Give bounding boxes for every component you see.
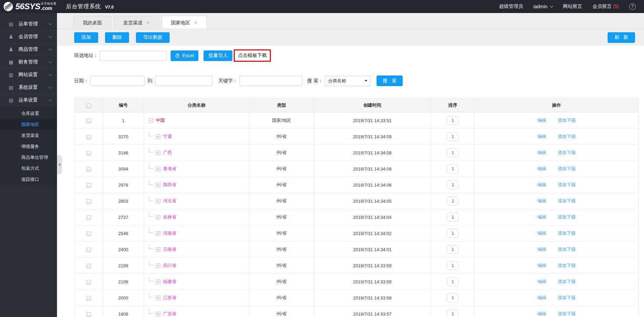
add-child-link[interactable]: 添加下级 <box>558 231 576 236</box>
close-icon[interactable] <box>194 16 197 29</box>
sort-order-input[interactable]: 1 <box>447 164 459 173</box>
sidebar-menu-item[interactable]: 财务管理 <box>0 56 57 69</box>
sort-order-input[interactable]: 1 <box>447 277 459 286</box>
add-button[interactable]: 添加 <box>74 32 98 43</box>
category-name-link[interactable]: 宁夏 <box>163 134 172 139</box>
edit-link[interactable]: 编辑 <box>537 134 546 139</box>
add-child-link[interactable]: 添加下级 <box>558 295 576 300</box>
add-child-link[interactable]: 添加下级 <box>558 150 576 155</box>
sidebar-menu-item[interactable]: 网站设置 <box>0 69 57 81</box>
sort-order-input[interactable]: 1 <box>447 116 459 125</box>
delete-button[interactable]: 删除 <box>105 32 129 43</box>
tree-toggle-icon[interactable] <box>156 312 160 316</box>
submenu-item[interactable]: 增值服务 <box>0 141 57 152</box>
edit-link[interactable]: 编辑 <box>537 118 546 123</box>
category-name-link[interactable]: 四川省 <box>163 263 176 268</box>
category-name-link[interactable]: 青海省 <box>163 166 176 171</box>
edit-link[interactable]: 编辑 <box>537 263 546 268</box>
tree-toggle-icon[interactable] <box>149 118 153 123</box>
edit-link[interactable]: 编辑 <box>537 182 546 187</box>
tab[interactable]: 发货渠道 <box>114 16 159 29</box>
edit-link[interactable]: 编辑 <box>537 166 546 171</box>
category-name-link[interactable]: 中国 <box>156 118 165 123</box>
add-child-link[interactable]: 添加下级 <box>558 134 576 139</box>
edit-link[interactable]: 编辑 <box>537 247 546 252</box>
row-checkbox[interactable] <box>87 167 91 172</box>
filter-address-input[interactable] <box>100 51 167 61</box>
site-messages-link[interactable]: 网站留言 <box>563 3 582 10</box>
submenu-item[interactable]: 国家地区 <box>0 119 57 130</box>
edit-link[interactable]: 编辑 <box>537 198 546 203</box>
tab[interactable]: 国家地区 <box>162 16 207 29</box>
sort-order-input[interactable]: 1 <box>447 293 459 302</box>
tree-toggle-icon[interactable] <box>156 280 160 284</box>
template-download-link[interactable]: 点击模板下载 <box>234 49 271 62</box>
refresh-button[interactable]: 刷 新 <box>608 32 635 43</box>
row-checkbox[interactable] <box>87 232 91 236</box>
date-to-input[interactable] <box>155 76 212 86</box>
sort-order-input[interactable]: 1 <box>447 261 459 270</box>
tree-toggle-icon[interactable] <box>156 199 160 203</box>
row-checkbox[interactable] <box>87 280 91 284</box>
sort-order-input[interactable]: 1 <box>447 197 459 206</box>
tree-toggle-icon[interactable] <box>156 167 160 171</box>
sidebar-menu-item[interactable]: 商品管理 <box>0 43 57 56</box>
export-data-button[interactable]: 导出数据 <box>136 32 170 43</box>
tree-toggle-icon[interactable] <box>156 215 160 220</box>
batch-import-button[interactable]: 批量导入 <box>204 50 232 61</box>
add-child-link[interactable]: 添加下级 <box>558 214 576 220</box>
edit-link[interactable]: 编辑 <box>537 279 546 284</box>
category-name-link[interactable]: 江苏省 <box>163 295 176 300</box>
row-checkbox[interactable] <box>87 296 91 301</box>
add-child-link[interactable]: 添加下级 <box>558 182 576 187</box>
keyword-input[interactable] <box>239 76 302 86</box>
sidebar-collapse-handle[interactable] <box>57 155 62 174</box>
category-name-link[interactable]: 广东省 <box>163 311 176 316</box>
row-checkbox[interactable] <box>87 312 91 317</box>
sort-order-input[interactable]: 1 <box>447 148 459 157</box>
select-all-checkbox[interactable] <box>87 104 91 108</box>
search-type-select[interactable]: 分类名称 <box>325 76 371 86</box>
submenu-item[interactable]: 包装方式 <box>0 163 57 174</box>
category-name-link[interactable]: 云南省 <box>163 247 176 252</box>
help-icon[interactable] <box>629 3 636 10</box>
row-checkbox[interactable] <box>87 264 91 268</box>
category-name-link[interactable]: 陕西省 <box>163 182 176 187</box>
row-checkbox[interactable] <box>87 151 91 155</box>
category-name-link[interactable]: 广西 <box>163 150 172 155</box>
add-child-link[interactable]: 添加下级 <box>558 263 576 268</box>
tree-toggle-icon[interactable] <box>156 183 160 187</box>
add-child-link[interactable]: 添加下级 <box>558 311 576 316</box>
add-child-link[interactable]: 添加下级 <box>558 279 576 284</box>
category-name-link[interactable]: 吉林省 <box>163 214 176 220</box>
submenu-item[interactable]: 追踪接口 <box>0 174 57 185</box>
sidebar-menu-item[interactable]: 系统设置 <box>0 81 57 94</box>
row-checkbox[interactable] <box>87 119 91 123</box>
close-icon[interactable] <box>147 16 150 29</box>
sidebar-menu-item[interactable]: 运单管理 <box>0 18 57 31</box>
submenu-item[interactable]: 仓库设置 <box>0 108 57 119</box>
add-child-link[interactable]: 添加下级 <box>558 166 576 171</box>
sort-order-input[interactable]: 1 <box>447 245 459 254</box>
edit-link[interactable]: 编辑 <box>537 214 546 220</box>
user-menu[interactable]: iadmin <box>533 4 553 9</box>
edit-link[interactable]: 编辑 <box>537 311 546 316</box>
member-messages-link[interactable]: 会员留言(5) <box>593 3 619 10</box>
sidebar-menu-item[interactable]: 会员管理 <box>0 31 57 43</box>
tab[interactable]: 我的桌面 <box>73 16 111 29</box>
tree-toggle-icon[interactable] <box>156 151 160 155</box>
search-button[interactable]: 搜 索 <box>377 75 403 86</box>
tree-toggle-icon[interactable] <box>156 247 160 252</box>
add-child-link[interactable]: 添加下级 <box>558 118 576 123</box>
edit-link[interactable]: 编辑 <box>537 231 546 236</box>
sort-order-input[interactable]: 1 <box>447 309 459 317</box>
tree-toggle-icon[interactable] <box>156 134 160 139</box>
date-from-input[interactable] <box>90 76 145 86</box>
excel-upload-button[interactable]: Excel <box>171 50 198 61</box>
submenu-item[interactable]: 发货渠道 <box>0 130 57 141</box>
row-checkbox[interactable] <box>87 248 91 252</box>
tree-toggle-icon[interactable] <box>156 263 160 268</box>
sort-order-input[interactable]: 1 <box>447 229 459 238</box>
row-checkbox[interactable] <box>87 135 91 139</box>
row-checkbox[interactable] <box>87 215 91 220</box>
